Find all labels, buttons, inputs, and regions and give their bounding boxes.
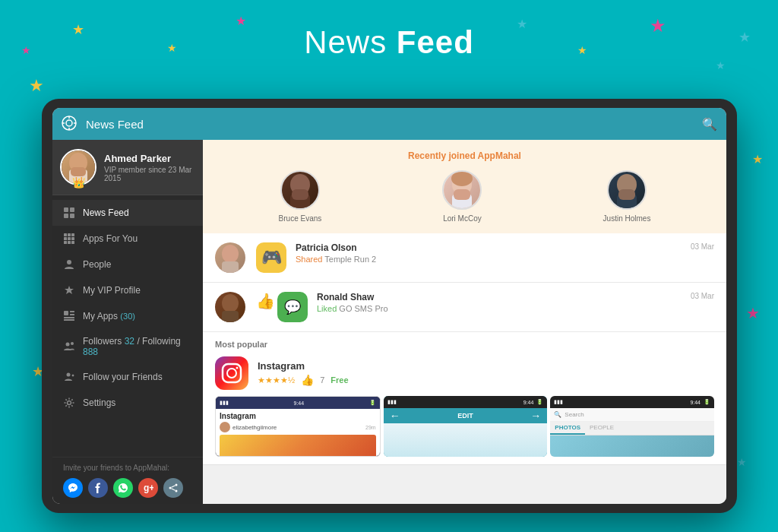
sidebar-item-settings[interactable]: Settings bbox=[52, 390, 203, 416]
svg-rect-54 bbox=[223, 364, 241, 382]
sidebar-item-my-apps[interactable]: My Apps (30) bbox=[52, 303, 203, 329]
justin-avatar[interactable] bbox=[607, 170, 647, 210]
svg-text:g+: g+ bbox=[144, 483, 153, 493]
ss2-edit-label: EDIT bbox=[457, 412, 473, 420]
instagram-likes: 7 bbox=[320, 375, 324, 385]
ss2-battery: 🔋 bbox=[536, 399, 543, 405]
ronald-avatar[interactable] bbox=[215, 292, 245, 322]
instagram-icon[interactable] bbox=[215, 356, 248, 390]
svg-point-28 bbox=[66, 343, 70, 347]
user-vip-since: VIP member since 23 Mar 2015 bbox=[104, 166, 195, 182]
user-name: Ahmed Parker bbox=[104, 153, 195, 164]
ss2-forward-icon[interactable]: → bbox=[530, 410, 541, 422]
svg-point-35 bbox=[176, 484, 178, 486]
ss3-search-bar[interactable]: 🔍 Search bbox=[550, 408, 714, 422]
ss1-header: ▮▮▮ 9:44 🔋 bbox=[216, 397, 380, 409]
ss3-search-icon: 🔍 bbox=[554, 411, 561, 418]
main-content: Recently joined AppMahal bbox=[203, 140, 726, 504]
svg-point-56 bbox=[236, 367, 239, 369]
go-sms-icon[interactable]: 💬 bbox=[277, 292, 308, 322]
patricia-name: Patricia Olson bbox=[296, 242, 714, 253]
ss1-signal: ▮▮▮ bbox=[220, 400, 229, 406]
ss3-photos-tab[interactable]: PHOTOS bbox=[550, 422, 585, 435]
ss3-tabs: PHOTOS PEOPLE bbox=[550, 422, 714, 435]
ss2-back-icon[interactable]: ← bbox=[390, 410, 400, 422]
bruce-avatar[interactable] bbox=[280, 170, 320, 210]
share-icon[interactable] bbox=[163, 478, 183, 498]
feed-item-patricia: 🎮 Patricia Olson Shared Temple Run 2 03 … bbox=[203, 233, 726, 283]
svg-rect-21 bbox=[71, 241, 74, 244]
like-emoji: 👍 bbox=[256, 292, 275, 322]
apps-for-you-label: Apps For You bbox=[83, 233, 192, 244]
sidebar-item-news-feed[interactable]: News Feed bbox=[52, 200, 203, 226]
sidebar-item-people[interactable]: People bbox=[52, 252, 203, 277]
sidebar-item-apps-for-you[interactable]: Apps For You bbox=[52, 226, 203, 252]
people-icon bbox=[63, 258, 75, 271]
instagram-stars: ★★★★½ bbox=[258, 375, 295, 385]
top-bar-title: News Feed bbox=[86, 118, 694, 131]
title-bold: Feed bbox=[397, 24, 474, 60]
settings-label: Settings bbox=[83, 397, 192, 408]
svg-rect-10 bbox=[70, 207, 74, 212]
recently-joined-users: Bruce Evans bbox=[218, 170, 711, 223]
patricia-avatar[interactable] bbox=[215, 242, 245, 273]
shared-label: Shared bbox=[296, 255, 322, 264]
news-feed-label: News Feed bbox=[83, 207, 192, 218]
title-light: News bbox=[304, 24, 397, 60]
sidebar-item-follow-friends[interactable]: Follow your Friends bbox=[52, 364, 203, 390]
news-feed-nav-icon bbox=[63, 207, 75, 219]
sidebar-nav: News Feed bbox=[52, 195, 203, 457]
ss1-time: 9:44 bbox=[294, 401, 305, 406]
svg-rect-26 bbox=[64, 317, 74, 318]
svg-rect-12 bbox=[70, 214, 74, 218]
sidebar-item-followers[interactable]: Followers 32 / Following 888 bbox=[52, 329, 203, 364]
whatsapp-icon[interactable] bbox=[113, 478, 133, 498]
svg-rect-24 bbox=[70, 311, 74, 312]
instagram-name: Instagram bbox=[258, 360, 714, 372]
ss2-header: ▮▮▮ 9:44 🔋 bbox=[384, 396, 548, 408]
instagram-free: Free bbox=[330, 375, 348, 385]
ronald-icons: 👍 💬 bbox=[256, 292, 308, 322]
invite-label: Invite your friends to AppMahal: bbox=[63, 464, 192, 472]
people-label: People bbox=[83, 259, 192, 270]
lori-avatar[interactable] bbox=[442, 170, 482, 210]
temple-run-icon[interactable]: 🎮 bbox=[256, 242, 286, 273]
ss3-header: ▮▮▮ 9:44 🔋 bbox=[550, 396, 714, 408]
svg-rect-17 bbox=[68, 237, 71, 240]
followers-count[interactable]: 32 bbox=[125, 336, 134, 347]
sidebar-item-my-vip-profile[interactable]: My VIP Profile bbox=[52, 277, 203, 303]
like-thumb-icon: 👍 bbox=[301, 374, 314, 386]
ss2-time: 9:44 bbox=[523, 400, 534, 405]
svg-point-44 bbox=[451, 171, 473, 186]
ss3-search-label: Search bbox=[565, 411, 584, 418]
vip-profile-icon bbox=[63, 284, 75, 296]
messenger-icon[interactable] bbox=[63, 478, 83, 498]
svg-point-50 bbox=[222, 245, 239, 263]
svg-line-39 bbox=[172, 489, 176, 490]
top-bar: News Feed 🔍 bbox=[52, 108, 726, 140]
most-popular-title: Most popular bbox=[215, 340, 714, 349]
facebook-icon[interactable] bbox=[88, 478, 108, 498]
svg-rect-15 bbox=[71, 233, 74, 236]
svg-rect-16 bbox=[64, 237, 67, 240]
following-count[interactable]: 888 bbox=[83, 347, 98, 357]
svg-rect-13 bbox=[64, 233, 67, 236]
svg-point-30 bbox=[67, 373, 71, 377]
google-plus-icon[interactable]: g+ bbox=[138, 478, 158, 498]
instagram-app: Instagram ★★★★½ 👍 7 Free bbox=[215, 356, 714, 390]
patricia-date: 03 Mar bbox=[691, 242, 714, 251]
ss3-people-tab[interactable]: PEOPLE bbox=[585, 422, 618, 435]
user-info: Ahmed Parker VIP member since 23 Mar 201… bbox=[104, 153, 195, 182]
svg-rect-9 bbox=[64, 207, 68, 212]
page-title: News Feed bbox=[0, 24, 778, 61]
svg-point-55 bbox=[227, 369, 236, 378]
search-icon[interactable]: 🔍 bbox=[702, 117, 717, 131]
ss2-content bbox=[384, 423, 548, 457]
svg-point-52 bbox=[222, 294, 239, 312]
ss1-photo bbox=[220, 435, 376, 457]
svg-point-37 bbox=[176, 490, 178, 492]
most-popular-section: Most popular Instagram ★ bbox=[203, 332, 726, 465]
sidebar: 👑 Ahmed Parker VIP member since 23 Mar 2… bbox=[52, 140, 203, 504]
content-area: 👑 Ahmed Parker VIP member since 23 Mar 2… bbox=[52, 140, 726, 504]
ss1-username: elizabethgilmore bbox=[232, 424, 277, 431]
